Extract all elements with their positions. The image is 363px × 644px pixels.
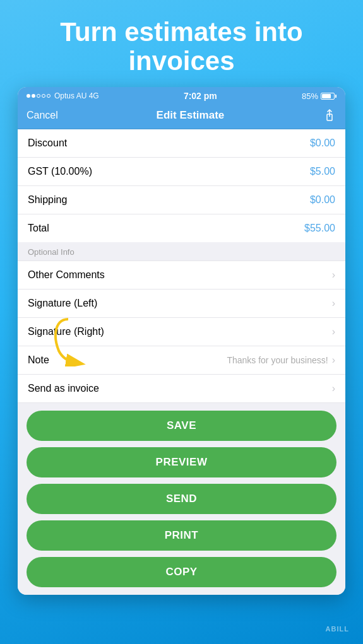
signal-dot-3 [37, 94, 40, 98]
battery-percent: 85% [302, 91, 318, 101]
save-button[interactable]: SAVE [27, 411, 336, 441]
status-left: Optus AU 4G [27, 91, 99, 100]
nav-bar: Cancel Edit Estimate [18, 103, 345, 129]
headline: Turn estimates into invoices [0, 0, 363, 87]
other-comments-row[interactable]: Other Comments › [18, 261, 345, 290]
send-as-invoice-label: Send as invoice [28, 383, 99, 394]
cancel-button[interactable]: Cancel [27, 110, 58, 121]
signature-right-label: Signature (Right) [28, 326, 104, 337]
summary-table: Discount $0.00 GST (10.00%) $5.00 Shippi… [18, 129, 345, 242]
other-comments-right: › [332, 269, 335, 281]
status-bar: Optus AU 4G 7:02 pm 85% [18, 87, 345, 103]
shipping-value: $0.00 [310, 194, 335, 206]
watermark-label: ABILL [326, 625, 349, 633]
preview-button[interactable]: PREVIEW [27, 447, 336, 477]
headline-line2: invoices [128, 46, 234, 76]
note-row-container: Note Thanks for your business! › [18, 346, 345, 375]
send-as-invoice-chevron: › [332, 383, 335, 394]
gst-row: GST (10.00%) $5.00 [18, 158, 345, 186]
signal-dots [27, 94, 51, 98]
gst-value: $5.00 [310, 166, 335, 177]
signature-left-row[interactable]: Signature (Left) › [18, 290, 345, 318]
battery-icon [321, 93, 336, 100]
discount-row: Discount $0.00 [18, 129, 345, 158]
signature-right-row[interactable]: Signature (Right) › [18, 318, 345, 346]
signature-left-right: › [332, 298, 335, 309]
note-right: Thanks for your business! › [227, 354, 335, 366]
share-button[interactable] [323, 108, 336, 122]
signature-left-chevron: › [332, 298, 335, 309]
battery-tip [335, 95, 336, 98]
share-icon [323, 108, 336, 122]
optional-info-header: Optional Info [18, 242, 345, 261]
headline-line1: Turn estimates into [60, 17, 302, 47]
note-value: Thanks for your business! [227, 355, 328, 365]
time-label: 7:02 pm [184, 91, 217, 101]
carrier-label: Optus AU 4G [54, 91, 99, 100]
action-buttons: SAVE PREVIEW SEND PRINT COPY [18, 403, 345, 595]
note-row[interactable]: Note Thanks for your business! › [18, 346, 345, 375]
shipping-row: Shipping $0.00 [18, 186, 345, 214]
send-as-invoice-right: › [332, 383, 335, 394]
send-button[interactable]: SEND [27, 484, 336, 514]
phone-screen: Optus AU 4G 7:02 pm 85% Cancel Edit Esti… [18, 87, 345, 595]
total-row: Total $55.00 [18, 214, 345, 242]
shipping-label: Shipping [28, 194, 67, 206]
signal-dot-2 [32, 94, 35, 98]
copy-button[interactable]: COPY [27, 557, 336, 587]
signature-right-chevron: › [332, 326, 335, 337]
discount-value: $0.00 [310, 138, 335, 149]
battery-body [321, 93, 335, 100]
signal-dot-4 [42, 94, 45, 98]
print-button[interactable]: PRINT [27, 520, 336, 551]
note-chevron: › [332, 354, 335, 366]
signature-right-right: › [332, 326, 335, 337]
gst-label: GST (10.00%) [28, 166, 92, 177]
total-value: $55.00 [304, 223, 335, 234]
other-comments-chevron: › [332, 269, 335, 281]
status-right: 85% [302, 91, 336, 101]
signal-dot-1 [27, 94, 30, 98]
discount-label: Discount [28, 138, 67, 149]
signal-dot-5 [47, 94, 51, 98]
signature-left-label: Signature (Left) [28, 298, 97, 309]
total-label: Total [28, 223, 49, 234]
note-label: Note [28, 354, 49, 366]
send-as-invoice-row[interactable]: Send as invoice › [18, 375, 345, 403]
nav-title: Edit Estimate [157, 109, 225, 122]
other-comments-label: Other Comments [28, 269, 105, 281]
optional-table: Other Comments › Signature (Left) › Sign… [18, 261, 345, 403]
battery-fill [322, 94, 331, 98]
